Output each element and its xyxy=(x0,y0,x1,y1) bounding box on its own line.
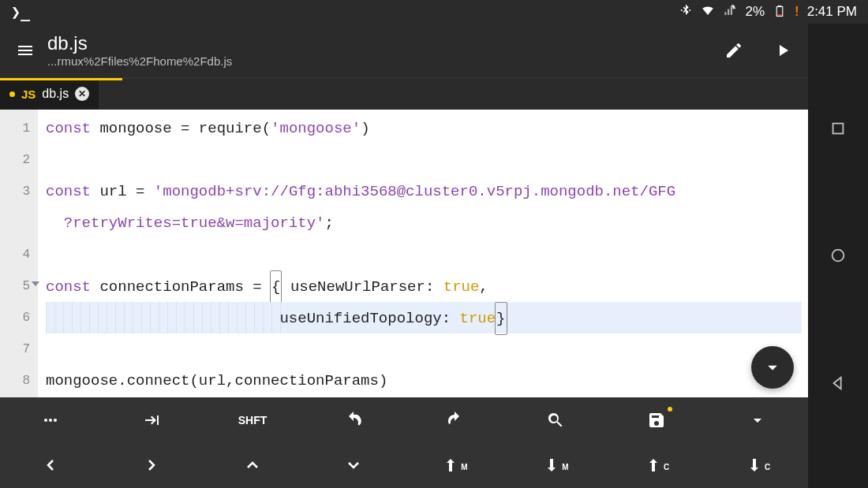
battery-warn-icon: ! xyxy=(795,4,799,20)
toolbar-save-button[interactable] xyxy=(606,397,707,443)
wifi-icon xyxy=(701,3,715,21)
toolbar-move-down-button[interactable]: M xyxy=(505,443,606,489)
back-button[interactable] xyxy=(827,372,849,394)
svg-rect-12 xyxy=(833,123,844,133)
toolbar-move-up-button[interactable]: M xyxy=(404,443,505,489)
file-path: ...rmux%2Ffiles%2Fhome%2Fdb.js xyxy=(47,54,723,68)
svg-point-0 xyxy=(681,9,683,11)
code-line[interactable]: useUnifiedTopology: true} xyxy=(46,302,802,333)
toolbar-undo-button[interactable] xyxy=(303,397,404,443)
svg-point-10 xyxy=(49,419,52,422)
code-line[interactable]: mongoose.connect(url,connectionParams) xyxy=(46,365,802,397)
code-line[interactable]: const url = 'mongodb+srv://Gfg:abhi3568@… xyxy=(46,176,802,207)
terminal-prompt-icon: ❯_ xyxy=(11,2,30,21)
toolbar-search-button[interactable] xyxy=(505,397,606,443)
lang-badge: JS xyxy=(21,88,36,101)
collapse-keyboard-button[interactable] xyxy=(751,346,794,389)
code-line[interactable] xyxy=(46,333,802,365)
svg-rect-5 xyxy=(777,14,781,16)
toolbar-next-button[interactable] xyxy=(101,443,202,489)
home-button[interactable] xyxy=(827,244,849,266)
appbar: db.js ...rmux%2Ffiles%2Fhome%2Fdb.js xyxy=(0,24,868,78)
code-line[interactable] xyxy=(46,239,802,270)
bluetooth-icon xyxy=(679,3,693,21)
signal-icon xyxy=(723,3,737,21)
battery-percent: 2% xyxy=(745,4,765,20)
code-line[interactable]: const connectionParams = { useNewUrlPars… xyxy=(46,270,802,302)
tab-filename: db.js xyxy=(42,87,69,101)
code-editor[interactable]: 12345678 const mongoose = require('mongo… xyxy=(0,110,808,398)
close-icon[interactable]: ✕ xyxy=(75,87,89,101)
tabstrip: JS db.js ✕ xyxy=(0,78,868,110)
toolbar-down-button[interactable] xyxy=(303,443,404,489)
code-line[interactable]: ?retryWrites=true&w=majority'; xyxy=(46,207,802,239)
clock: 2:41 PM xyxy=(807,4,857,20)
code-line[interactable]: const mongoose = require('mongoose') xyxy=(46,113,802,144)
tab-dbjs[interactable]: JS db.js ✕ xyxy=(0,78,99,110)
android-statusbar: ❯_ 2% ! 2:41 PM xyxy=(0,0,868,24)
dirty-indicator-icon xyxy=(9,91,15,97)
run-icon[interactable] xyxy=(772,39,794,61)
svg-point-1 xyxy=(690,9,691,11)
toolbar-tab-key-button[interactable] xyxy=(101,397,202,443)
bottom-toolbar: SHFTMMCC xyxy=(0,397,808,488)
svg-point-11 xyxy=(54,419,57,422)
toolbar-copy-up-button[interactable]: C xyxy=(606,443,707,489)
toolbar-shift-button[interactable]: SHFT xyxy=(202,397,303,443)
recent-apps-button[interactable] xyxy=(827,117,849,140)
battery-icon xyxy=(773,3,787,21)
toolbar-dropdown-button[interactable] xyxy=(707,397,808,443)
toolbar-redo-button[interactable] xyxy=(404,397,505,443)
svg-point-9 xyxy=(44,419,47,422)
toolbar-prev-button[interactable] xyxy=(0,443,101,489)
code-line[interactable] xyxy=(46,144,802,176)
svg-point-13 xyxy=(832,250,844,262)
android-nav-rail xyxy=(808,24,868,488)
toolbar-more-button[interactable] xyxy=(0,397,101,443)
gutter: 12345678 xyxy=(0,110,38,398)
code-area[interactable]: const mongoose = require('mongoose') con… xyxy=(38,110,808,398)
toolbar-up-button[interactable] xyxy=(202,443,303,489)
toolbar-copy-down-button[interactable]: C xyxy=(707,443,808,489)
file-title: db.js xyxy=(47,33,723,54)
edit-icon[interactable] xyxy=(723,39,745,61)
menu-icon[interactable] xyxy=(9,39,41,61)
